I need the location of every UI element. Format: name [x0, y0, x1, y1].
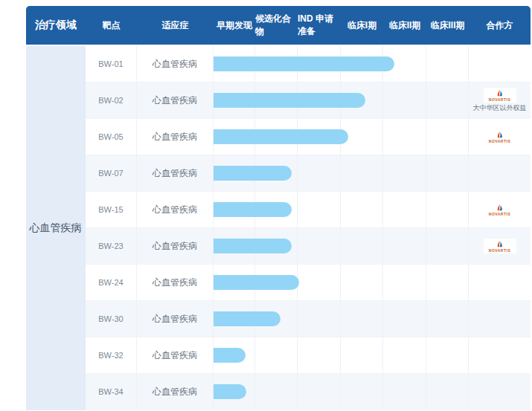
grid-cell-ind-prep	[298, 301, 341, 337]
grid-cell-phase-3	[426, 374, 469, 410]
grid-cell-ind-prep	[298, 228, 341, 264]
grid-cell-phase-2	[383, 228, 426, 264]
progress-bar	[214, 202, 292, 217]
pipeline-table: 治疗领域 靶点 适应症 早期发现 候选化合物 IND 申请准备 临床I期 临床I…	[26, 6, 531, 410]
grid-cell-phase-3	[426, 46, 469, 82]
novartis-logo: NOVARTIS	[484, 202, 516, 217]
novartis-logo: NOVARTIS	[484, 88, 516, 103]
grid-cell-phase-1	[341, 155, 383, 191]
header-indication: 适应症	[137, 19, 214, 32]
target-cell: BW-01	[86, 46, 137, 82]
novartis-wordmark: NOVARTIS	[489, 249, 510, 253]
grid-cell-phase-3	[426, 337, 469, 373]
indication-cell: 心血管疾病	[137, 192, 214, 227]
partner-cell	[469, 301, 531, 337]
indication-cell: 心血管疾病	[137, 374, 214, 410]
header-phase-1: 临床I期	[341, 19, 383, 32]
phase-track	[214, 301, 469, 337]
grid-cell-phase-2	[383, 374, 426, 410]
target-cell: BW-07	[86, 155, 137, 191]
grid-cell-phase-2	[383, 192, 426, 227]
phase-track	[214, 119, 469, 155]
grid-cell-phase-3	[426, 82, 469, 118]
grid-cell-phase-1	[341, 301, 383, 337]
header-early-discovery: 早期发现	[214, 19, 255, 32]
progress-bar	[214, 275, 299, 290]
table-row: BW-01 心血管疾病	[86, 46, 531, 82]
grid-cell-ind-prep	[298, 155, 341, 191]
table-row: BW-34 心血管疾病	[86, 374, 531, 410]
therapeutic-area-cell: 心血管疾病	[26, 46, 86, 410]
partner-cell: NOVARTIS	[469, 192, 531, 227]
grid-cell-phase-2	[383, 265, 426, 300]
header-phase-3: 临床III期	[426, 19, 469, 32]
table-row: BW-23 心血管疾病 NOVARTIS	[86, 228, 531, 265]
table-row: BW-15 心血管疾病 NOVARTIS	[86, 192, 531, 228]
table-body: 心血管疾病 BW-01 心血管疾病 BW-02 心血管疾	[26, 46, 531, 410]
novartis-logo: NOVARTIS	[484, 239, 516, 253]
indication-cell: 心血管疾病	[137, 119, 214, 155]
target-cell: BW-23	[86, 228, 137, 264]
partner-cell	[469, 265, 531, 300]
indication-cell: 心血管疾病	[137, 265, 214, 300]
grid-cell-phase-1	[341, 192, 383, 227]
header-candidate: 候选化合物	[255, 13, 298, 38]
partner-cell: NOVARTIS	[469, 119, 531, 155]
indication-cell: 心血管疾病	[137, 155, 214, 191]
grid-cell-phase-3	[426, 228, 469, 264]
header-ind-prep: IND 申请准备	[298, 13, 341, 38]
grid-cell-candidate	[255, 374, 298, 410]
grid-cell-phase-3	[426, 192, 469, 227]
novartis-wordmark: NOVARTIS	[489, 213, 510, 216]
target-cell: BW-15	[86, 192, 137, 227]
partner-cell	[469, 46, 531, 82]
phase-track	[214, 46, 469, 82]
partner-cell	[469, 374, 531, 410]
rows: BW-01 心血管疾病 BW-02 心血管疾病	[86, 46, 531, 410]
table-row: BW-05 心血管疾病 NOVARTIS	[86, 119, 531, 155]
grid-cell-phase-2	[383, 337, 426, 373]
grid-cell-phase-1	[341, 228, 383, 264]
header-phase-2: 临床II期	[383, 19, 426, 32]
grid-cell-phase-1	[341, 265, 383, 300]
phase-track	[214, 337, 469, 373]
target-cell: BW-32	[86, 337, 137, 373]
phase-track	[214, 228, 469, 264]
progress-bar	[214, 239, 292, 253]
grid-cell-phase-2	[383, 301, 426, 337]
grid-cell-phase-3	[426, 265, 469, 300]
grid-cell-phase-2	[383, 119, 426, 155]
phase-track	[214, 265, 469, 300]
target-cell: BW-05	[86, 119, 137, 155]
progress-bar	[214, 348, 246, 363]
phase-track	[214, 155, 469, 191]
progress-bar	[214, 129, 348, 144]
novartis-wordmark: NOVARTIS	[489, 140, 510, 143]
grid-cell-candidate	[255, 337, 298, 373]
novartis-logo: NOVARTIS	[484, 129, 516, 144]
target-cell: BW-34	[86, 374, 137, 410]
novartis-wordmark: NOVARTIS	[489, 98, 510, 102]
pipeline-page: 治疗领域 靶点 适应症 早期发现 候选化合物 IND 申请准备 临床I期 临床I…	[0, 0, 532, 411]
header-partner: 合作方	[469, 19, 531, 32]
grid-cell-phase-3	[426, 301, 469, 337]
indication-cell: 心血管疾病	[137, 301, 214, 337]
partner-cell: NOVARTIS	[469, 228, 531, 264]
phase-track	[214, 192, 469, 227]
grid-cell-ind-prep	[298, 265, 341, 300]
grid-cell-phase-3	[426, 155, 469, 191]
target-cell: BW-30	[86, 301, 137, 337]
table-row: BW-24 心血管疾病	[86, 265, 531, 301]
grid-cell-phase-2	[383, 82, 426, 118]
table-header: 治疗领域 靶点 适应症 早期发现 候选化合物 IND 申请准备 临床I期 临床I…	[26, 6, 531, 45]
grid-cell-phase-2	[383, 155, 426, 191]
partner-note: 大中华区以外权益	[473, 103, 527, 113]
table-row: BW-32 心血管疾病	[86, 337, 531, 374]
indication-cell: 心血管疾病	[137, 337, 214, 373]
indication-cell: 心血管疾病	[137, 82, 214, 118]
progress-bar	[214, 311, 281, 326]
grid-cell-ind-prep	[298, 192, 341, 227]
target-cell: BW-24	[86, 265, 137, 300]
partner-cell	[469, 337, 531, 373]
phase-track	[214, 374, 469, 410]
